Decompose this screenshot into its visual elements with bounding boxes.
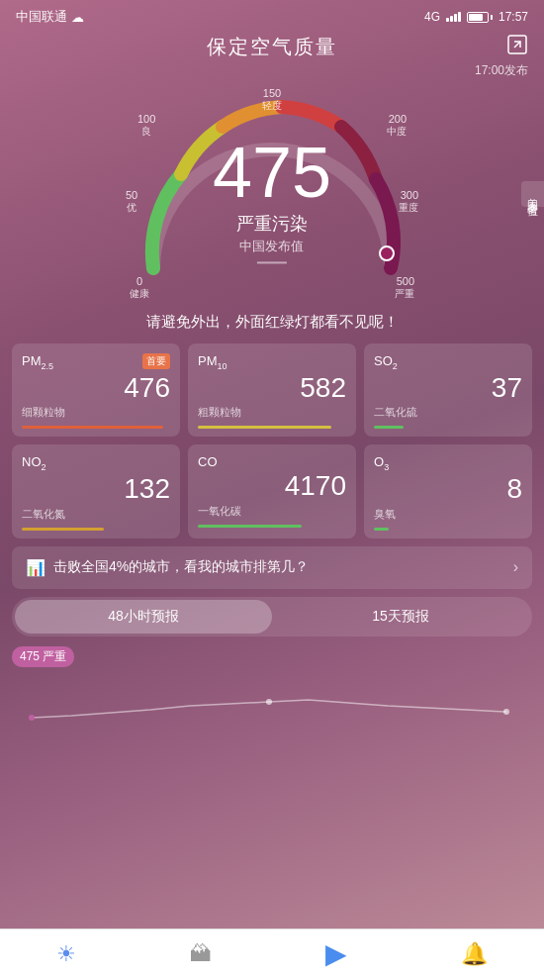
carrier-label: 中国联通 <box>16 8 67 26</box>
card-no2-name: NO2 <box>22 454 46 472</box>
card-pm25[interactable]: PM2.5 首要 476 细颗粒物 <box>12 343 180 437</box>
weather-icon: ☁ <box>71 10 84 25</box>
svg-point-2 <box>29 715 35 721</box>
nav-map[interactable]: 🏔 <box>190 941 212 967</box>
card-no2-value: 132 <box>22 474 170 505</box>
card-so2-name: SO2 <box>374 353 398 371</box>
card-no2[interactable]: NO2 132 二氧化氮 <box>12 444 180 538</box>
status-bar: 中国联通 ☁ 4G 17:57 <box>0 0 544 30</box>
card-pm25-value: 476 <box>22 373 170 404</box>
card-pm25-name: PM2.5 <box>22 353 53 371</box>
card-co-bar <box>198 525 302 528</box>
label-300: 300重度 <box>399 189 418 215</box>
us-reference-button[interactable]: 美国参考值 <box>521 181 544 207</box>
forecast-tabs: 48小时预报 15天预报 <box>12 597 532 637</box>
map-icon: 🏔 <box>190 941 212 967</box>
label-100: 100良 <box>137 113 155 139</box>
label-500: 500严重 <box>395 275 414 301</box>
label-150: 150轻度 <box>262 87 282 113</box>
nav-home[interactable]: ☀ <box>56 941 76 967</box>
card-o3-bar <box>374 528 389 531</box>
card-no2-desc: 二氧化氮 <box>22 507 170 522</box>
ranking-chart-icon: 📊 <box>26 558 45 577</box>
pollutant-cards: PM2.5 首要 476 细颗粒物 PM10 582 粗颗粒物 SO2 37 二… <box>0 343 544 539</box>
card-so2-desc: 二氧化硫 <box>374 405 522 420</box>
label-50: 50优 <box>126 189 137 215</box>
card-o3[interactable]: O3 8 臭氧 <box>364 444 532 538</box>
card-pm10-value: 582 <box>198 373 346 404</box>
page-header: 保定空气质量 <box>0 30 544 62</box>
signal-bars <box>446 12 461 22</box>
page-title: 保定空气质量 <box>207 34 337 60</box>
svg-point-3 <box>266 699 272 705</box>
ranking-left: 📊 击败全国4%的城市，看我的城市排第几？ <box>26 558 309 577</box>
card-co[interactable]: CO 4170 一氧化碳 <box>188 444 356 538</box>
card-pm10[interactable]: PM10 582 粗颗粒物 <box>188 343 356 437</box>
clock: 17:57 <box>499 10 528 24</box>
gauge-divider <box>257 261 287 263</box>
bell-icon: 🔔 <box>461 941 488 967</box>
chart-area: 475 严重 <box>12 644 532 724</box>
card-pm25-badge: 首要 <box>142 353 170 369</box>
card-so2-bar <box>374 426 404 429</box>
forecast-chart <box>12 668 532 737</box>
gauge-center: 475 严重污染 中国发布值 <box>213 137 331 263</box>
network-type: 4G <box>424 10 440 24</box>
card-pm10-bar <box>198 426 331 429</box>
card-co-desc: 一氧化碳 <box>198 504 346 519</box>
card-so2-value: 37 <box>374 373 522 404</box>
card-o3-value: 8 <box>374 474 522 505</box>
aqi-status: 严重污染 <box>213 212 331 236</box>
card-so2[interactable]: SO2 37 二氧化硫 <box>364 343 532 437</box>
bottom-nav: ☀ 🏔 ▶ 🔔 <box>0 929 544 980</box>
status-left: 中国联通 ☁ <box>16 8 84 26</box>
card-pm10-desc: 粗颗粒物 <box>198 405 346 420</box>
card-co-value: 4170 <box>198 471 346 502</box>
share-button[interactable] <box>506 34 528 60</box>
aqi-gauge: 150轻度 100良 200中度 50优 300重度 0健康 500严重 475… <box>124 85 420 303</box>
ranking-text: 击败全国4%的城市，看我的城市排第几？ <box>53 558 309 576</box>
chevron-right-icon: › <box>513 558 518 576</box>
chart-current-label: 475 严重 <box>12 646 74 667</box>
tab-48h[interactable]: 48小时预报 <box>15 600 272 634</box>
card-no2-bar <box>22 528 104 531</box>
card-pm10-name: PM10 <box>198 353 227 371</box>
play-icon: ▶ <box>325 937 347 970</box>
svg-point-4 <box>503 709 509 715</box>
card-pm25-desc: 细颗粒物 <box>22 405 170 420</box>
tab-15d[interactable]: 15天预报 <box>272 600 529 634</box>
home-icon: ☀ <box>56 941 76 967</box>
card-o3-desc: 臭氧 <box>374 507 522 522</box>
nav-notifications[interactable]: 🔔 <box>461 941 488 967</box>
battery-indicator <box>467 12 493 23</box>
gauge-wrapper: 150轻度 100良 200中度 50优 300重度 0健康 500严重 475… <box>0 85 544 303</box>
card-pm25-bar <box>22 426 163 429</box>
ranking-banner[interactable]: 📊 击败全国4%的城市，看我的城市排第几？ › <box>12 546 532 589</box>
label-0: 0健康 <box>130 275 149 301</box>
advisory-text: 请避免外出，外面红绿灯都看不见呢！ <box>0 303 544 343</box>
nav-play[interactable]: ▶ <box>325 937 347 970</box>
label-200: 200中度 <box>387 113 407 139</box>
status-right: 4G 17:57 <box>424 10 528 24</box>
card-o3-name: O3 <box>374 454 389 472</box>
aqi-number: 475 <box>213 137 331 208</box>
publish-time: 17:00发布 <box>0 62 544 79</box>
aqi-source: 中国发布值 <box>213 238 331 255</box>
card-co-name: CO <box>198 454 218 469</box>
